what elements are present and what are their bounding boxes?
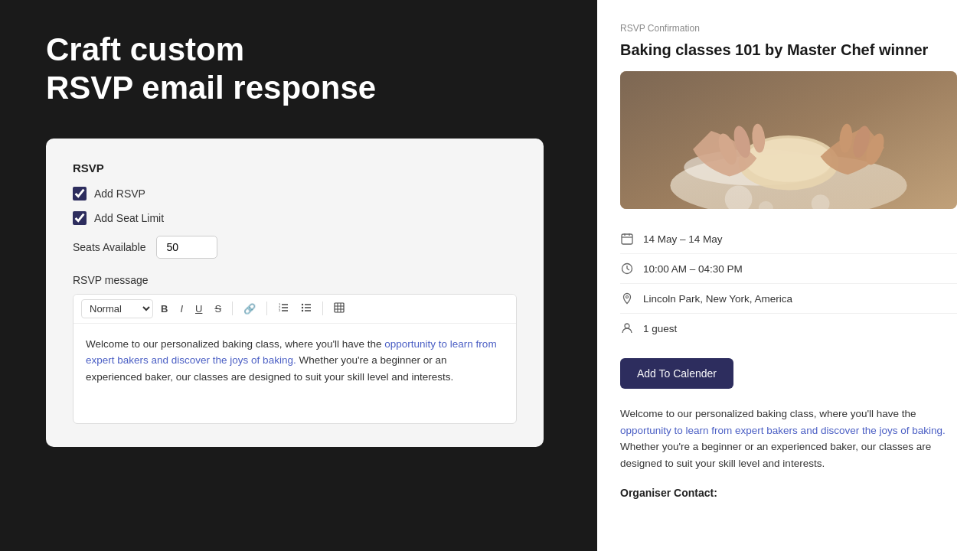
svg-point-38 [626, 296, 629, 298]
date-row: 14 May – 14 May [620, 224, 957, 254]
bold-button[interactable]: B [156, 301, 172, 317]
guests-icon [620, 321, 634, 335]
add-seat-limit-checkbox[interactable] [73, 211, 87, 225]
svg-point-39 [625, 324, 629, 328]
calendar-icon [620, 232, 634, 246]
seats-input[interactable] [156, 236, 217, 259]
add-to-calendar-button[interactable]: Add To Calender [620, 358, 733, 389]
link-button[interactable]: 🔗 [239, 301, 260, 317]
right-panel: RSVP Confirmation Baking classes 101 by … [597, 0, 980, 551]
hero-title: Craft custom RSVP email response [46, 31, 551, 108]
seats-available-row: Seats Available [73, 236, 517, 259]
confirmation-label: RSVP Confirmation [620, 23, 957, 34]
event-title: Baking classes 101 by Master Chef winner [620, 41, 957, 59]
toolbar-divider-3 [322, 302, 323, 315]
event-image [620, 71, 957, 209]
add-seat-limit-label: Add Seat Limit [94, 212, 164, 224]
editor-content[interactable]: Welcome to our personalized baking class… [74, 324, 516, 423]
seats-available-label: Seats Available [73, 241, 145, 253]
unordered-list-button[interactable] [296, 299, 316, 318]
time-row: 10:00 AM – 04:30 PM [620, 254, 957, 284]
guests-text: 1 guest [643, 323, 677, 334]
date-text: 14 May – 14 May [643, 233, 723, 245]
rsvp-editor: Normal Heading 1 Heading 2 Heading 3 B I… [73, 294, 517, 424]
location-row: Lincoln Park, New York, America [620, 284, 957, 314]
add-rsvp-label: Add RSVP [94, 187, 145, 200]
guests-row: 1 guest [620, 314, 957, 343]
svg-rect-12 [335, 303, 344, 312]
svg-point-8 [302, 310, 303, 311]
format-select[interactable]: Normal Heading 1 Heading 2 Heading 3 [81, 299, 153, 318]
location-text: Lincoln Park, New York, America [643, 293, 792, 305]
toolbar-divider-2 [266, 302, 267, 315]
left-panel: Craft custom RSVP email response RSVP Ad… [0, 0, 597, 551]
clock-icon [620, 262, 634, 276]
ordered-list-button[interactable]: 1 2 3 [273, 299, 293, 318]
event-description: Welcome to our personalized baking class… [620, 406, 957, 471]
svg-point-7 [302, 307, 303, 308]
rsvp-message-label: RSVP message [73, 274, 517, 286]
editor-toolbar: Normal Heading 1 Heading 2 Heading 3 B I… [74, 295, 516, 324]
svg-rect-31 [622, 234, 632, 244]
add-rsvp-row: Add RSVP [73, 187, 517, 201]
underline-button[interactable]: U [191, 301, 207, 317]
time-text: 10:00 AM – 04:30 PM [643, 263, 743, 275]
add-rsvp-checkbox[interactable] [73, 187, 87, 201]
svg-line-37 [627, 269, 629, 270]
form-card: RSVP Add RSVP Add Seat Limit Seats Avail… [46, 139, 544, 447]
svg-point-6 [302, 304, 303, 305]
strikethrough-button[interactable]: S [210, 301, 226, 317]
add-seat-limit-row: Add Seat Limit [73, 211, 517, 225]
toolbar-divider-1 [232, 302, 233, 315]
rsvp-section-title: RSVP [73, 161, 517, 174]
table-button[interactable] [329, 299, 349, 318]
italic-button[interactable]: I [175, 301, 188, 317]
organiser-contact-label: Organiser Contact: [620, 487, 957, 499]
hero-title-line1: Craft custom [46, 31, 244, 67]
hero-title-line2: RSVP email response [46, 70, 376, 106]
event-details: 14 May – 14 May 10:00 AM – 04:30 PM [620, 224, 957, 343]
svg-text:3: 3 [279, 308, 281, 312]
location-icon [620, 292, 634, 305]
description-highlight: opportunity to learn from expert bakers … [620, 425, 946, 436]
